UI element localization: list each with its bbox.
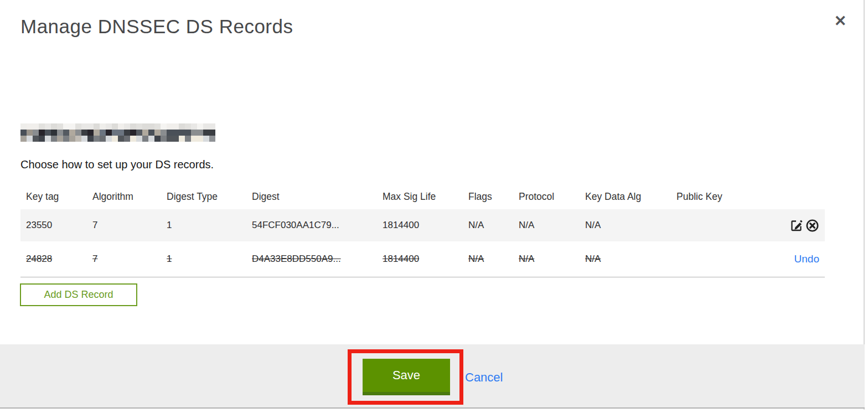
cell-digest-type: 1 <box>167 254 252 265</box>
edit-pencil-icon <box>790 219 803 232</box>
save-button[interactable]: Save <box>363 359 450 395</box>
column-header-key-tag: Key tag <box>26 191 92 203</box>
cancel-link[interactable]: Cancel <box>465 370 503 385</box>
close-icon[interactable]: ✕ <box>829 10 851 32</box>
cell-max-sig-life: 1814400 <box>383 220 468 231</box>
circle-x-delete-icon <box>805 219 819 233</box>
column-header-key-data-alg: Key Data Alg <box>585 191 676 203</box>
add-ds-record-button[interactable]: Add DS Record <box>20 283 137 306</box>
cell-key-tag: 23550 <box>26 220 92 231</box>
cell-key-tag: 24828 <box>26 254 92 265</box>
modal-footer: Save Cancel <box>0 344 865 409</box>
column-header-digest: Digest <box>252 191 383 203</box>
column-header-algorithm: Algorithm <box>92 191 167 203</box>
delete-record-button[interactable] <box>805 218 819 233</box>
column-header-digest-type: Digest Type <box>167 191 252 203</box>
column-header-public-key: Public Key <box>676 191 754 203</box>
cell-max-sig-life: 1814400 <box>383 254 468 265</box>
ds-records-table: Key tag Algorithm Digest Type Digest Max… <box>20 184 825 277</box>
cell-digest-type: 1 <box>167 220 252 231</box>
undo-delete-link[interactable]: Undo <box>794 253 819 265</box>
cell-protocol: N/A <box>519 220 585 231</box>
cell-protocol: N/A <box>519 254 585 265</box>
cell-key-data-alg: N/A <box>585 220 676 231</box>
cell-digest: D4A33E8DD550A9... <box>252 254 383 265</box>
cell-digest: 54FCF030AA1C79... <box>252 220 383 231</box>
column-header-max-sig-life: Max Sig Life <box>383 191 468 203</box>
cell-algorithm: 7 <box>92 220 167 231</box>
table-row: 23550 7 1 54FCF030AA1C79... 1814400 N/A … <box>20 209 825 241</box>
cell-flags: N/A <box>468 220 519 231</box>
cell-flags: N/A <box>468 254 519 265</box>
column-header-protocol: Protocol <box>519 191 585 203</box>
instruction-text: Choose how to set up your DS records. <box>20 158 214 171</box>
column-header-flags: Flags <box>468 191 519 203</box>
page-title: Manage DNSSEC DS Records <box>20 16 293 38</box>
table-row: 24828 7 1 D4A33E8DD550A9... 1814400 N/A … <box>20 241 825 277</box>
cell-key-data-alg: N/A <box>585 254 676 265</box>
cell-algorithm: 7 <box>92 254 167 265</box>
redacted-domain-name <box>20 123 215 142</box>
table-header-row: Key tag Algorithm Digest Type Digest Max… <box>20 184 825 209</box>
edit-record-button[interactable] <box>789 218 804 233</box>
manage-dnssec-modal: Manage DNSSEC DS Records ✕ Choose how to… <box>0 0 865 410</box>
